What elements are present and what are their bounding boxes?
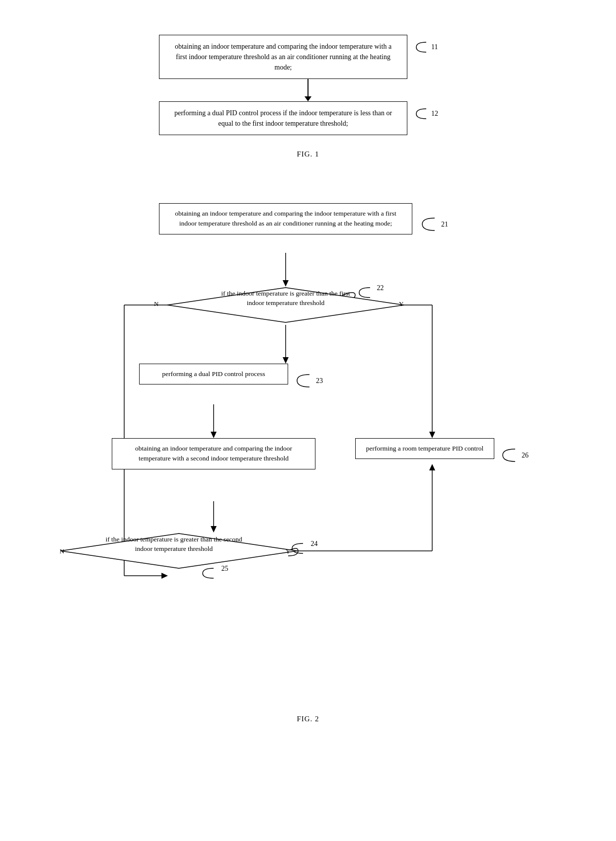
fig2-box23: performing a dual PID control process [139,364,288,384]
svg-marker-10 [283,357,289,364]
fig2-diamond24-label-n: N [60,547,64,555]
fig1-ref11-number: 11 [431,43,438,51]
fig2-box21-text: obtaining an indoor temperature and comp… [175,210,396,227]
fig2-ref25: 25 [199,566,232,583]
fig2-label: FIG. 2 [297,715,319,723]
svg-marker-8 [429,432,435,438]
fig2-ref26-bracket [498,447,520,464]
fig1-ref12-bracket [411,106,431,121]
fig2-diamond22-label-n: N [154,300,158,308]
fig2-ref22-curve [355,294,382,302]
fig2-diamond22-label-y: Y [399,300,403,308]
fig2-ref26-number: 26 [522,452,529,459]
fig1-label: FIG. 1 [297,150,319,158]
fig1-arrow1 [305,79,311,101]
fig2-box21: obtaining an indoor temperature and comp… [159,203,412,234]
fig2-ref26: 26 [498,447,529,464]
fig2-ref21: 21 [417,216,448,233]
fig1-ref11-bracket [411,40,431,55]
svg-marker-1 [283,280,289,287]
svg-marker-14 [211,526,217,533]
fig1-box1-text: obtaining an indoor temperature and comp… [175,43,391,71]
fig1-box2-text: performing a dual PID control process if… [174,109,392,127]
fig1-ref12-number: 12 [431,110,438,118]
fig2-box23-text: performing a dual PID control process [162,370,265,378]
fig2-ref24-number: 24 [311,540,318,547]
fig2-ref22: 22 [355,285,389,302]
fig2-ref23-number: 23 [316,377,323,385]
fig2-ref21-bracket [417,216,440,233]
fig1-box2: performing a dual PID control process if… [159,101,407,135]
fig2-diamond24-container: if the indoor temperature is greater tha… [60,533,298,570]
fig1-container: obtaining an indoor temperature and comp… [84,35,532,163]
svg-marker-12 [211,432,217,438]
fig2-diamond24-label-y: Y [286,547,290,555]
page: obtaining an indoor temperature and comp… [0,0,616,841]
fig2-box24: obtaining an indoor temperature and comp… [112,438,315,469]
fig2-flow: obtaining an indoor temperature and comp… [60,188,556,710]
fig2-ref21-number: 21 [441,221,448,229]
fig2-ref23: 23 [292,372,323,389]
fig2-ref25-number: 25 [222,565,229,572]
svg-marker-5 [161,573,168,579]
fig2-ref22-number: 22 [377,284,384,292]
fig1-box1: obtaining an indoor temperature and comp… [159,35,407,79]
fig2-diamond24-svg: if the indoor temperature is greater tha… [60,533,298,570]
fig2-box26: performing a room temperature PID contro… [355,438,494,459]
fig2-container: obtaining an indoor temperature and comp… [60,188,556,728]
fig2-ref25-svg [199,566,224,581]
fig2-box24-text: obtaining an indoor temperature and comp… [135,445,292,462]
fig2-ref23-bracket [292,372,314,389]
fig2-ref22-svg [355,285,380,300]
fig2-box26-text: performing a room temperature PID contro… [366,445,484,452]
svg-marker-17 [429,464,435,470]
